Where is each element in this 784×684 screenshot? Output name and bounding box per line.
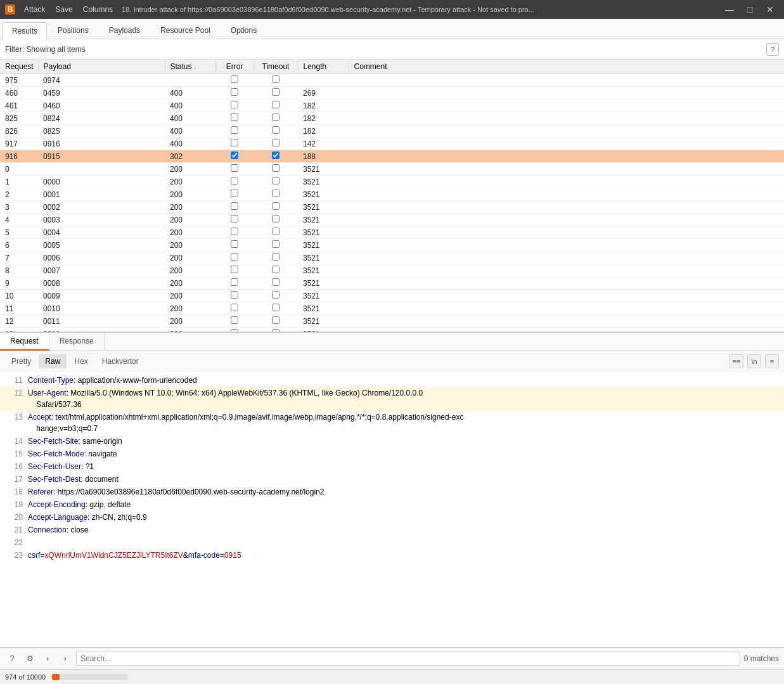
search-input[interactable] xyxy=(76,652,740,666)
table-row[interactable]: 8 0007 200 3521 xyxy=(0,264,784,277)
col-header-length[interactable]: Length xyxy=(298,60,349,74)
line-content: csrf=xQWnrlUmV1WidnCJZ5EZJiLYTR5It6ZV&mf… xyxy=(28,550,779,561)
cell-error xyxy=(215,328,254,333)
icon-wrap-btn[interactable]: ≡≡ xyxy=(729,354,743,368)
table-row[interactable]: 826 0825 400 182 xyxy=(0,125,784,138)
app-logo: B xyxy=(5,4,15,15)
cell-timeout xyxy=(254,277,298,290)
cell-comment xyxy=(349,163,784,176)
view-tab-raw[interactable]: Raw xyxy=(39,354,67,368)
cell-timeout xyxy=(254,125,298,138)
line-number: 11 xyxy=(5,375,23,386)
col-header-comment[interactable]: Comment xyxy=(349,60,784,74)
cell-timeout xyxy=(254,264,298,277)
cell-status: 200 xyxy=(165,277,215,290)
icon-menu-btn[interactable]: ≡ xyxy=(765,354,779,368)
cell-request: 11 xyxy=(0,302,38,315)
cell-timeout xyxy=(254,74,298,87)
search-prev-icon[interactable]: ‹ xyxy=(41,652,55,666)
cell-comment xyxy=(349,226,784,239)
table-row[interactable]: 916 0915 302 188 xyxy=(0,150,784,163)
cell-length: 182 xyxy=(298,100,349,112)
results-table-section: Request Payload Status ↓ Error Timeout L… xyxy=(0,60,784,332)
col-header-payload[interactable]: Payload xyxy=(38,60,165,74)
table-row[interactable]: 2 0001 200 3521 xyxy=(0,188,784,201)
table-row[interactable]: 9 0008 200 3521 xyxy=(0,277,784,290)
table-row[interactable]: 0 200 3521 xyxy=(0,163,784,176)
table-row[interactable]: 11 0010 200 3521 xyxy=(0,302,784,315)
cell-status: 400 xyxy=(165,87,215,100)
table-row[interactable]: 4 0003 200 3521 xyxy=(0,214,784,226)
cell-timeout xyxy=(254,87,298,100)
table-row[interactable]: 10 0009 200 3521 xyxy=(0,290,784,302)
cell-status: 200 xyxy=(165,188,215,201)
table-row[interactable]: 12 0011 200 3521 xyxy=(0,315,784,328)
cell-comment xyxy=(349,138,784,150)
col-header-status[interactable]: Status ↓ xyxy=(165,60,215,74)
line-number: 18 xyxy=(5,486,23,498)
view-tab-hackvertor[interactable]: Hackvertor xyxy=(96,354,145,368)
line-content: Accept: text/html,application/xhtml+xml,… xyxy=(28,411,779,434)
cell-comment xyxy=(349,176,784,188)
cell-payload: 0000 xyxy=(38,176,165,188)
table-row[interactable]: 975 0974 xyxy=(0,74,784,87)
cell-error xyxy=(215,188,254,201)
req-resp-tabbar: Request Response xyxy=(0,333,784,351)
tab-positions[interactable]: Positions xyxy=(48,22,98,39)
col-header-request[interactable]: Request xyxy=(0,60,38,74)
col-header-error[interactable]: Error xyxy=(215,60,254,74)
tab-response[interactable]: Response xyxy=(49,333,105,351)
search-next-icon[interactable]: › xyxy=(58,652,72,666)
search-help-icon[interactable]: ? xyxy=(5,652,19,666)
cell-status: 200 xyxy=(165,328,215,333)
col-header-timeout[interactable]: Timeout xyxy=(254,60,298,74)
cell-timeout xyxy=(254,328,298,333)
table-row[interactable]: 7 0006 200 3521 xyxy=(0,252,784,264)
line-number: 21 xyxy=(5,524,23,536)
filter-text: Filter: Showing all items xyxy=(5,45,86,54)
line-number: 12 xyxy=(5,387,23,410)
cell-timeout xyxy=(254,214,298,226)
tab-options[interactable]: Options xyxy=(221,22,266,39)
cell-error xyxy=(215,87,254,100)
table-row[interactable]: 461 0460 400 182 xyxy=(0,100,784,112)
cell-length: 3521 xyxy=(298,328,349,333)
minimize-btn[interactable]: — xyxy=(721,3,738,16)
table-row[interactable]: 1 0000 200 3521 xyxy=(0,176,784,188)
close-btn[interactable]: ✕ xyxy=(761,3,779,16)
table-row[interactable]: 3 0002 200 3521 xyxy=(0,201,784,214)
menu-save[interactable]: Save xyxy=(51,4,76,15)
cell-payload: 0460 xyxy=(38,100,165,112)
cell-payload: 0002 xyxy=(38,201,165,214)
cell-error xyxy=(215,138,254,150)
table-row[interactable]: 917 0916 400 142 xyxy=(0,138,784,150)
cell-payload: 0916 xyxy=(38,138,165,150)
tab-payloads[interactable]: Payloads xyxy=(100,22,150,39)
tab-request[interactable]: Request xyxy=(0,333,49,351)
table-row[interactable]: 825 0824 400 182 xyxy=(0,112,784,125)
menu-attack[interactable]: Attack xyxy=(20,4,49,15)
tab-resource-pool[interactable]: Resource Pool xyxy=(151,22,220,39)
icon-newline-btn[interactable]: \n xyxy=(747,354,761,368)
tab-results[interactable]: Results xyxy=(3,22,47,39)
line-number: 19 xyxy=(5,499,23,510)
maximize-btn[interactable]: □ xyxy=(741,3,759,16)
titlebar-menu: Attack Save Columns xyxy=(20,4,117,15)
table-row[interactable]: 5 0004 200 3521 xyxy=(0,226,784,239)
cell-timeout xyxy=(254,290,298,302)
cell-comment xyxy=(349,315,784,328)
cell-length: 3521 xyxy=(298,176,349,188)
help-button[interactable]: ? xyxy=(766,43,779,56)
view-tab-hex[interactable]: Hex xyxy=(68,354,94,368)
table-row[interactable]: 6 0005 200 3521 xyxy=(0,239,784,252)
cell-request: 461 xyxy=(0,100,38,112)
cell-comment xyxy=(349,201,784,214)
cell-payload: 0915 xyxy=(38,150,165,163)
cell-payload xyxy=(38,163,165,176)
search-settings-icon[interactable]: ⚙ xyxy=(23,652,37,666)
menu-columns[interactable]: Columns xyxy=(79,4,117,15)
table-row[interactable]: 460 0459 400 269 xyxy=(0,87,784,100)
view-tab-pretty[interactable]: Pretty xyxy=(5,354,37,368)
table-row[interactable]: 13 0012 200 3521 xyxy=(0,328,784,333)
cell-length: 3521 xyxy=(298,239,349,252)
